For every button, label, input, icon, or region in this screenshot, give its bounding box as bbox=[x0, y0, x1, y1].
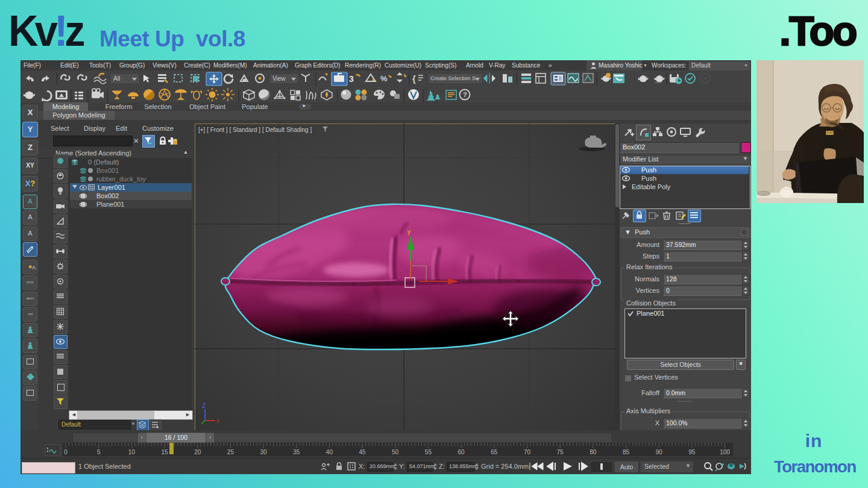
svg-text:View: View bbox=[272, 75, 286, 82]
svg-text:45: 45 bbox=[359, 449, 366, 455]
svg-text:x: x bbox=[216, 418, 219, 424]
svg-text:95: 95 bbox=[688, 449, 696, 455]
svg-text:10: 10 bbox=[128, 449, 136, 455]
svg-text:85: 85 bbox=[623, 449, 630, 455]
svg-text:65: 65 bbox=[491, 449, 498, 455]
svg-text:Create Selection S: Create Selection S bbox=[430, 75, 476, 81]
svg-text:80: 80 bbox=[590, 449, 597, 455]
svg-text:20: 20 bbox=[194, 449, 201, 455]
svg-text:[+] [ Front ] [ Standard ] [ D: [+] [ Front ] [ Standard ] [ Default Sha… bbox=[198, 127, 312, 133]
svg-text:0: 0 bbox=[64, 449, 68, 455]
svg-text:?: ? bbox=[463, 91, 467, 98]
svg-text:3: 3 bbox=[349, 74, 354, 84]
svg-text:60: 60 bbox=[458, 449, 465, 455]
svg-text:35: 35 bbox=[293, 449, 300, 455]
svg-text:75: 75 bbox=[557, 449, 564, 455]
svg-text:90: 90 bbox=[656, 449, 663, 455]
svg-text:All: All bbox=[113, 75, 120, 82]
svg-text:{: { bbox=[412, 74, 416, 84]
svg-text:Z: Z bbox=[202, 402, 206, 409]
svg-text:25: 25 bbox=[227, 449, 234, 455]
svg-text:5: 5 bbox=[97, 449, 101, 455]
svg-text:100: 100 bbox=[720, 449, 730, 455]
svg-text:40: 40 bbox=[326, 449, 333, 455]
svg-text:30: 30 bbox=[260, 449, 268, 455]
svg-text:%: % bbox=[380, 74, 388, 83]
svg-text:y: y bbox=[407, 228, 411, 235]
svg-text:50: 50 bbox=[392, 449, 399, 455]
svg-text:55: 55 bbox=[425, 449, 432, 455]
svg-text:70: 70 bbox=[524, 449, 531, 455]
svg-text:15: 15 bbox=[161, 449, 168, 455]
